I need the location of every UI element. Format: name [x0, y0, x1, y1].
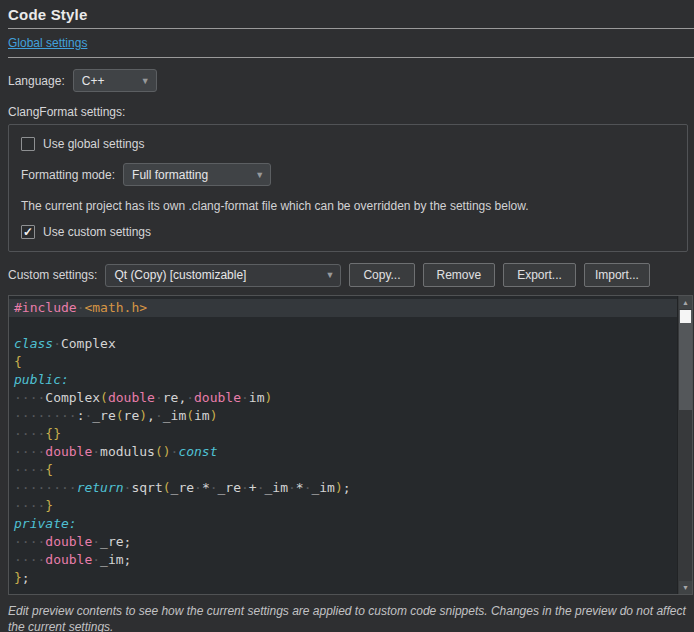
- code-style-settings-page: Code Style Global settings Language: C++…: [0, 0, 694, 632]
- code-line: ····{}: [14, 425, 677, 443]
- export-button[interactable]: Export...: [503, 263, 576, 287]
- code-line: ····Complex(double·re,·double·im): [14, 389, 677, 407]
- formatting-mode-row: Formatting mode: Full formatting ▼: [21, 163, 675, 186]
- use-global-settings-checkbox-row[interactable]: ✓ Use global settings: [21, 137, 675, 151]
- language-row: Language: C++ ▼: [8, 69, 694, 92]
- code-line: #include·<math.h>: [9, 299, 677, 317]
- project-clang-format-note: The current project has its own .clang-f…: [21, 199, 675, 213]
- code-line: ····double·_re;: [14, 533, 677, 551]
- code-line: ····{: [14, 461, 677, 479]
- formatting-mode-select[interactable]: Full formatting ▼: [123, 163, 271, 186]
- scroll-up-icon: ▲: [682, 299, 689, 306]
- code-line: ····}: [14, 497, 677, 515]
- code-editor-content[interactable]: #include·<math.h> class·Complex{public:·…: [9, 296, 677, 594]
- import-button[interactable]: Import...: [584, 263, 650, 287]
- scroll-down-icon: ▼: [682, 584, 689, 591]
- vertical-scrollbar[interactable]: ▲ ▼: [677, 296, 692, 594]
- language-label: Language:: [8, 74, 65, 88]
- language-select[interactable]: C++ ▼: [73, 69, 157, 92]
- formatting-mode-label: Formatting mode:: [21, 168, 115, 182]
- chevron-down-icon: ▼: [325, 270, 334, 280]
- code-line: ····double·_im;: [14, 551, 677, 569]
- code-line: ········:·_re(re),·_im(im): [14, 407, 677, 425]
- clangformat-section-label: ClangFormat settings:: [8, 105, 694, 119]
- copy-button[interactable]: Copy...: [349, 263, 414, 287]
- scrollbar-thumb[interactable]: [679, 310, 692, 410]
- code-line: class·Complex: [14, 335, 677, 353]
- custom-settings-label: Custom settings:: [8, 268, 97, 282]
- scrollbar-cursor-marker: [680, 310, 691, 323]
- code-line: {: [14, 353, 677, 371]
- use-global-settings-checkbox[interactable]: ✓: [21, 137, 35, 151]
- global-settings-link[interactable]: Global settings: [8, 36, 87, 50]
- use-global-settings-label: Use global settings: [43, 137, 144, 151]
- use-custom-settings-checkbox-row[interactable]: ✓ Use custom settings: [21, 225, 675, 239]
- custom-settings-value: Qt (Copy) [customizable]: [114, 268, 319, 282]
- code-line: ····double·modulus()·const: [14, 443, 677, 461]
- chevron-down-icon: ▼: [255, 170, 264, 180]
- code-line: [14, 317, 677, 335]
- custom-settings-row: Custom settings: Qt (Copy) [customizable…: [8, 263, 694, 287]
- chevron-down-icon: ▼: [141, 76, 150, 86]
- use-custom-settings-checkbox[interactable]: ✓: [21, 225, 35, 239]
- formatting-mode-value: Full formatting: [132, 168, 249, 182]
- title-separator: [8, 28, 694, 29]
- remove-button[interactable]: Remove: [423, 263, 496, 287]
- scrollbar-down-button[interactable]: ▼: [679, 581, 692, 594]
- code-line: ········return·sqrt(_re·*·_re·+·_im·*·_i…: [14, 479, 677, 497]
- code-line: public:: [14, 371, 677, 389]
- link-separator: [8, 57, 694, 58]
- use-custom-settings-label: Use custom settings: [43, 225, 151, 239]
- check-icon: ✓: [23, 226, 33, 238]
- code-line: };: [14, 569, 677, 587]
- custom-settings-select[interactable]: Qt (Copy) [customizable] ▼: [105, 264, 341, 287]
- code-preview-editor[interactable]: #include·<math.h> class·Complex{public:·…: [8, 295, 693, 595]
- code-line: private:: [14, 515, 677, 533]
- clangformat-groupbox: ✓ Use global settings Formatting mode: F…: [8, 124, 688, 252]
- scrollbar-up-button[interactable]: ▲: [679, 296, 692, 309]
- preview-hint-text: Edit preview contents to see how the cur…: [8, 603, 686, 632]
- language-select-value: C++: [82, 74, 135, 88]
- page-title: Code Style: [8, 6, 694, 23]
